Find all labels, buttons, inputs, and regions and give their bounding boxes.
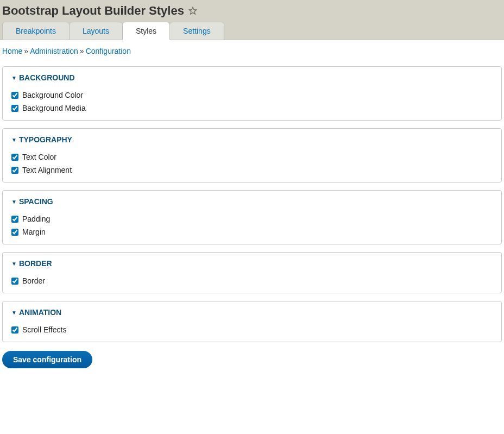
checkbox-label: Border <box>22 276 45 285</box>
fieldset-legend-label: Border <box>19 259 52 268</box>
fieldset-legend-label: Typography <box>19 135 72 144</box>
checkbox-row-animation-0[interactable]: Scroll Effects <box>11 325 493 334</box>
breadcrumb-link-configuration[interactable]: Configuration <box>86 47 131 55</box>
favorite-star-icon[interactable] <box>188 7 197 15</box>
checkbox-animation-0[interactable] <box>11 326 18 334</box>
collapse-arrow-icon: ▼ <box>11 75 17 81</box>
checkbox-label: Background Color <box>22 91 83 99</box>
content-region: Home»Administration»Configuration ▼Backg… <box>0 40 504 377</box>
page-title: Bootstrap Layout Builder Styles <box>2 4 184 18</box>
tab-breakpoints[interactable]: Breakpoints <box>2 22 70 40</box>
checkbox-row-background-0[interactable]: Background Color <box>11 91 493 99</box>
checkbox-typography-1[interactable] <box>11 167 18 174</box>
form-groups: ▼BackgroundBackground ColorBackground Me… <box>2 66 502 342</box>
checkbox-background-0[interactable] <box>11 92 18 99</box>
checkbox-label: Scroll Effects <box>22 325 66 334</box>
tab-styles[interactable]: Styles <box>122 22 170 40</box>
collapse-arrow-icon: ▼ <box>11 199 17 205</box>
fieldset-legend-border[interactable]: ▼Border <box>11 259 493 268</box>
collapse-arrow-icon: ▼ <box>11 137 17 143</box>
breadcrumb-link-home[interactable]: Home <box>2 47 22 55</box>
header-region: Bootstrap Layout Builder Styles Breakpoi… <box>0 0 504 40</box>
breadcrumb-separator: » <box>22 47 30 55</box>
fieldset-legend-typography[interactable]: ▼Typography <box>11 135 493 144</box>
checkbox-row-typography-1[interactable]: Text Alignment <box>11 166 493 174</box>
checkbox-border-0[interactable] <box>11 278 18 285</box>
fieldset-legend-animation[interactable]: ▼Animation <box>11 308 493 317</box>
tabs: BreakpointsLayoutsStylesSettings <box>0 21 504 40</box>
breadcrumb-separator: » <box>78 47 86 55</box>
checkbox-row-background-1[interactable]: Background Media <box>11 104 493 112</box>
fieldset-border: ▼BorderBorder <box>2 252 502 293</box>
fieldset-spacing: ▼SpacingPaddingMargin <box>2 190 502 244</box>
checkbox-row-spacing-1[interactable]: Margin <box>11 228 493 236</box>
checkbox-label: Padding <box>22 215 50 223</box>
fieldset-typography: ▼TypographyText ColorText Alignment <box>2 128 502 183</box>
fieldset-legend-background[interactable]: ▼Background <box>11 73 493 82</box>
title-row: Bootstrap Layout Builder Styles <box>0 0 504 21</box>
checkbox-row-border-0[interactable]: Border <box>11 276 493 285</box>
checkbox-typography-0[interactable] <box>11 154 18 161</box>
checkbox-row-spacing-0[interactable]: Padding <box>11 215 493 223</box>
fieldset-background: ▼BackgroundBackground ColorBackground Me… <box>2 66 502 121</box>
checkbox-label: Background Media <box>22 104 86 112</box>
save-configuration-button[interactable]: Save configuration <box>2 351 92 368</box>
fieldset-legend-label: Spacing <box>19 197 53 206</box>
breadcrumb-link-administration[interactable]: Administration <box>30 47 78 55</box>
fieldset-animation: ▼AnimationScroll Effects <box>2 301 502 342</box>
fieldset-legend-label: Animation <box>19 308 61 317</box>
checkbox-label: Margin <box>22 228 46 236</box>
fieldset-legend-label: Background <box>19 73 75 82</box>
checkbox-spacing-1[interactable] <box>11 229 18 236</box>
collapse-arrow-icon: ▼ <box>11 310 17 316</box>
checkbox-background-1[interactable] <box>11 105 18 112</box>
tab-layouts[interactable]: Layouts <box>69 22 123 40</box>
svg-marker-0 <box>189 7 196 14</box>
checkbox-label: Text Color <box>22 153 56 161</box>
breadcrumb: Home»Administration»Configuration <box>2 47 502 55</box>
tab-settings[interactable]: Settings <box>169 22 224 40</box>
checkbox-row-typography-0[interactable]: Text Color <box>11 153 493 161</box>
checkbox-spacing-0[interactable] <box>11 216 18 223</box>
checkbox-label: Text Alignment <box>22 166 72 174</box>
fieldset-legend-spacing[interactable]: ▼Spacing <box>11 197 493 206</box>
collapse-arrow-icon: ▼ <box>11 261 17 267</box>
